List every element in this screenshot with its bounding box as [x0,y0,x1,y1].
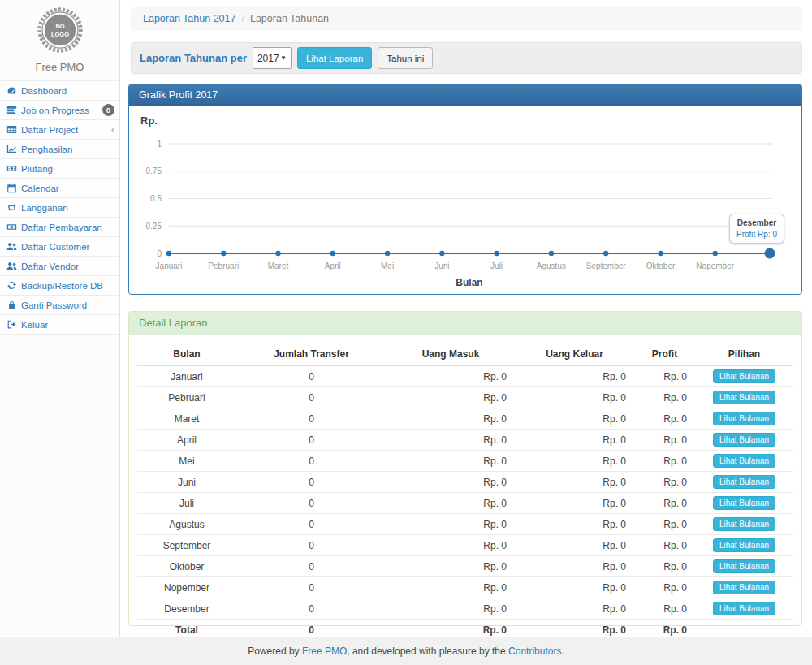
sidebar-item-calendar[interactable]: Calendar [0,179,119,198]
lihat-bulanan-button[interactable]: Lihat Bulanan [713,538,775,552]
lihat-bulanan-button[interactable]: Lihat Bulanan [713,475,775,489]
lihat-bulanan-button[interactable]: Lihat Bulanan [713,496,775,510]
breadcrumb-current: Laporan Tahunan [250,13,329,24]
chart-area: 10.750.50.250JanuariPebruariMaretAprilMe… [129,106,801,294]
cell-uang-masuk: Rp. 0 [387,430,515,451]
detail-panel-title: Detail Laporan [129,312,801,335]
cell-uang-masuk: Rp. 0 [387,365,515,387]
lihat-bulanan-button[interactable]: Lihat Bulanan [713,581,775,594]
money-icon [6,163,17,174]
breadcrumb: Laporan Tahun 2017/Laporan Tahunan [131,7,802,31]
sign-out-icon [6,319,17,330]
cell-profit: Rp. 0 [634,493,695,514]
cell-profit: Rp. 0 [634,577,695,598]
col-header-profit: Profit [634,343,695,365]
sidebar-item-job-on-progress[interactable]: Job on Progress0 [0,101,119,120]
calendar-icon [6,183,17,193]
report-table: BulanJumlah TransferUang MasukUang Kelua… [137,343,793,640]
sidebar-item-daftar-customer[interactable]: Daftar Customer [0,237,119,257]
sidebar-item-label: Ganti Password [21,300,87,310]
col-header-uang-keluar: Uang Keluar [515,343,634,365]
cell-uang-masuk: Rp. 0 [387,514,515,535]
table-row: Maret0Rp. 0Rp. 0Rp. 0Lihat Bulanan [137,408,793,430]
svg-text:Mei: Mei [381,261,394,270]
lihat-bulanan-button[interactable]: Lihat Bulanan [713,517,775,531]
cell-bulan: Oktober [137,556,236,577]
cell-uang-masuk: Rp. 0 [387,535,515,556]
footer-text-prefix: Powered by [248,646,302,657]
logo-text-line2: LOGO [50,31,68,38]
svg-text:Oktober: Oktober [646,261,676,270]
cell-jumlah-transfer: 0 [236,451,387,472]
cell-jumlah-transfer: 0 [236,556,387,577]
cell-jumlah-transfer: 0 [236,387,387,408]
table-row: Mei0Rp. 0Rp. 0Rp. 0Lihat Bulanan [137,451,793,472]
sidebar: NO LOGO Free PMO DashboardJob on Progres… [0,0,120,637]
tahun-ini-button[interactable]: Tahun ini [378,47,433,69]
table-row: April0Rp. 0Rp. 0Rp. 0Lihat Bulanan [137,430,793,451]
cell-uang-masuk: Rp. 0 [387,451,515,472]
count-badge: 0 [102,104,114,116]
lihat-bulanan-button[interactable]: Lihat Bulanan [713,369,775,383]
lihat-bulanan-button[interactable]: Lihat Bulanan [713,559,775,573]
svg-text:Pebruari: Pebruari [208,261,239,270]
cell-uang-masuk: Rp. 0 [387,577,515,598]
sidebar-item-label: Dashboard [21,86,67,96]
cell-jumlah-transfer: 0 [236,598,387,620]
footer-brand-link[interactable]: Free PMO [302,646,347,657]
sidebar-item-backup-restore-db[interactable]: Backup/Restore DB [0,276,119,296]
profit-chart-panel: Grafik Profit 2017 10.750.50.250JanuariP… [128,84,802,295]
cell-jumlah-transfer: 0 [236,472,387,493]
detail-laporan-panel: Detail Laporan BulanJumlah TransferUang … [128,311,802,626]
svg-text:0.5: 0.5 [150,194,162,203]
chart-panel-title: Grafik Profit 2017 [129,84,801,106]
lihat-bulanan-button[interactable]: Lihat Bulanan [713,433,775,447]
lihat-bulanan-button[interactable]: Lihat Bulanan [713,602,775,615]
cell-uang-masuk: Rp. 0 [387,556,515,577]
cell-profit: Rp. 0 [634,451,695,472]
cell-bulan: Januari [137,365,236,387]
sidebar-item-piutang[interactable]: Piutang [0,159,119,179]
table-row: Januari0Rp. 0Rp. 0Rp. 0Lihat Bulanan [137,365,793,387]
cell-jumlah-transfer: 0 [236,514,387,535]
sidebar-item-label: Piutang [21,164,53,174]
svg-text:Januari: Januari [156,261,183,270]
profit-chart[interactable]: 10.750.50.250JanuariPebruariMaretAprilMe… [129,106,801,294]
cell-uang-keluar: Rp. 0 [515,514,634,535]
refresh-icon [6,280,17,291]
page: NO LOGO Free PMO DashboardJob on Progres… [0,0,812,665]
line-chart-icon [6,144,17,154]
cell-uang-masuk: Rp. 0 [387,493,515,514]
cell-profit: Rp. 0 [634,408,695,430]
cell-bulan: Juni [137,472,236,493]
table-row: Oktober0Rp. 0Rp. 0Rp. 0Lihat Bulanan [137,556,793,577]
lihat-laporan-button[interactable]: Lihat Laporan [297,47,372,69]
svg-text:September: September [586,261,627,270]
cell-bulan: Agustus [137,514,236,535]
cell-uang-masuk: Rp. 0 [387,472,515,493]
sidebar-item-daftar-pembayaran[interactable]: Daftar Pembayaran [0,218,119,237]
breadcrumb-link[interactable]: Laporan Tahun 2017 [143,13,235,24]
sidebar-item-ganti-password[interactable]: Ganti Password [0,296,119,315]
money-icon [6,222,17,232]
sidebar-item-keluar[interactable]: Keluar [0,315,119,335]
no-logo-badge: NO LOGO [0,0,119,58]
sidebar-item-penghasilan[interactable]: Penghasilan [0,140,119,159]
lihat-bulanan-button[interactable]: Lihat Bulanan [713,391,775,404]
cell-uang-keluar: Rp. 0 [515,387,634,408]
lihat-bulanan-button[interactable]: Lihat Bulanan [713,454,775,468]
sidebar-menu: DashboardJob on Progress0Daftar Project‹… [0,80,119,335]
tasks-icon [6,105,17,115]
sidebar-item-langganan[interactable]: Langganan [0,198,119,218]
footer-contributors-link[interactable]: Contributors [508,646,561,657]
filter-label: Laporan Tahunan per [140,52,247,64]
year-select[interactable]: 2017 ▼ [253,47,292,69]
sidebar-item-dashboard[interactable]: Dashboard [0,81,119,101]
lihat-bulanan-button[interactable]: Lihat Bulanan [713,412,775,425]
chart-tooltip: Desember Profit Rp: 0 [729,214,784,244]
cell-profit: Rp. 0 [634,598,695,620]
cell-jumlah-transfer: 0 [236,365,387,387]
cell-uang-keluar: Rp. 0 [515,535,634,556]
sidebar-item-daftar-vendor[interactable]: Daftar Vendor [0,257,119,276]
sidebar-item-daftar-project[interactable]: Daftar Project‹ [0,120,119,140]
